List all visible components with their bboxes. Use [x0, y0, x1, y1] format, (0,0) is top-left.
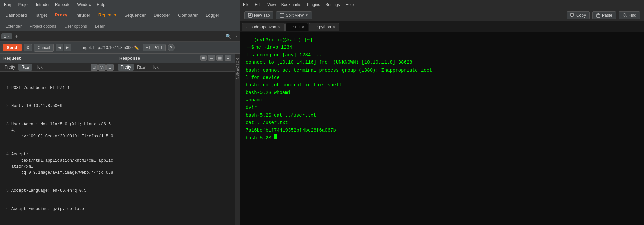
- kebab-menu-icon[interactable]: ⋮: [234, 34, 239, 39]
- request-sub-tabs: Pretty Raw Hex ⊞ \n ☰: [0, 63, 116, 72]
- term-tab-close-openvpn[interactable]: ×: [278, 25, 280, 29]
- find-button[interactable]: Find: [619, 11, 640, 19]
- menu-burp[interactable]: Burp: [1, 2, 15, 8]
- new-tab-label: New Tab: [254, 13, 270, 18]
- term-output-1: listening on [any] 1234 ...: [246, 51, 322, 59]
- menu-window[interactable]: Window: [74, 2, 94, 8]
- term-prompt2: bash-5.2$: [246, 89, 271, 96]
- copy-button[interactable]: Copy: [567, 11, 590, 19]
- menu-project[interactable]: Project: [15, 2, 33, 8]
- add-tab-button[interactable]: +: [14, 33, 19, 39]
- nav-tab-logger[interactable]: Logger: [202, 11, 223, 19]
- term-prompt-line: ┌──(cyb3ritic㉿kali)-[~]: [246, 36, 639, 44]
- term-menu-file[interactable]: File: [243, 2, 249, 7]
- nav-tab-intruder[interactable]: Intruder: [71, 11, 94, 19]
- new-tab-icon: [248, 13, 253, 18]
- settings-button[interactable]: ⚙: [24, 44, 32, 51]
- tab-close-icon[interactable]: ×: [8, 34, 10, 38]
- repeater-toolbar: Send ⚙ Cancel ◀ ▶ Target: http://10.10.1…: [0, 42, 240, 54]
- term-prompt-arrow: └─$: [246, 44, 254, 51]
- find-icon: [622, 13, 627, 18]
- term-cursor: [274, 134, 277, 139]
- request-code-area[interactable]: 1POST /dashboard HTTP/1.1 2Host: 10.10.1…: [0, 72, 116, 225]
- list-view-icon[interactable]: \n: [98, 64, 106, 71]
- split-view-button[interactable]: Split View ▼: [276, 11, 312, 19]
- nav-tab-user-options[interactable]: User options: [60, 22, 91, 30]
- table-row: 5Accept-Language: en-US,en;q=0.5: [2, 188, 114, 194]
- search-icon[interactable]: 🔍: [226, 34, 231, 39]
- repeater-tab-1[interactable]: 1 ×: [1, 33, 12, 39]
- copy-label: Copy: [576, 13, 586, 18]
- term-tab-close-python[interactable]: ×: [333, 25, 335, 29]
- terminal-tab-nc[interactable]: ~ : nc ×: [285, 23, 308, 31]
- table-row: 1POST /dashboard HTTP/1.1: [2, 85, 114, 91]
- send-button[interactable]: Send: [3, 44, 22, 51]
- term-cmd3: cat ../user.txt: [274, 111, 316, 119]
- nav-tab-comparer[interactable]: Comparer: [174, 11, 202, 19]
- nav-tab-repeater[interactable]: Repeater: [94, 11, 120, 19]
- http-version-badge[interactable]: HTTP/1.1: [143, 44, 166, 51]
- term-menu-bookmarks[interactable]: Bookmarks: [281, 2, 301, 7]
- request-tab-raw[interactable]: Raw: [18, 64, 32, 71]
- response-tab-raw[interactable]: Raw: [134, 64, 148, 71]
- term-menu-help[interactable]: Help: [346, 2, 354, 7]
- edit-target-icon[interactable]: ✏️: [134, 45, 139, 50]
- new-tab-button[interactable]: New Tab: [244, 11, 273, 19]
- nav-tab-project-options[interactable]: Project options: [26, 22, 60, 30]
- menu-help[interactable]: Help: [94, 2, 108, 8]
- term-tab-label-python: ~ : python: [313, 25, 331, 29]
- term-output-whoami2: dvir: [246, 104, 639, 111]
- request-panel: Request Pretty Raw Hex ⊞ \n ☰ 1POST /das…: [0, 54, 116, 225]
- paste-button[interactable]: Paste: [592, 11, 616, 19]
- response-tab-hex[interactable]: Hex: [149, 64, 161, 71]
- term-tab-label-openvpn: - : sudo openvpn: [246, 25, 276, 29]
- table-row: 2Host: 10.10.11.8:5000: [2, 103, 114, 109]
- pretty-view-icon[interactable]: ⊞: [91, 64, 98, 71]
- response-panel-header: Response ⊞ — ▦ ⚙: [116, 54, 235, 63]
- nav-tab-proxy[interactable]: Proxy: [51, 11, 71, 19]
- term-menu-edit[interactable]: Edit: [255, 2, 262, 7]
- menu-view-icon[interactable]: ☰: [106, 64, 114, 71]
- term-menu-settings[interactable]: Settings: [325, 2, 340, 7]
- forward-button[interactable]: ▶: [64, 44, 71, 51]
- menu-repeater[interactable]: Repeater: [52, 2, 74, 8]
- terminal-tabs: - : sudo openvpn × ~ : nc × ~ : python ×: [240, 21, 644, 32]
- term-output-line5: bash: no job control in this shell: [246, 81, 639, 89]
- table-row: 4Accept: text/html,application/xhtml+xml…: [2, 151, 114, 176]
- nav-arrows: ◀ ▶: [56, 44, 71, 51]
- terminal-tab-openvpn[interactable]: - : sudo openvpn ×: [242, 23, 285, 31]
- terminal-content[interactable]: ┌──(cyb3ritic㉿kali)-[~] └─$ nc -lnvp 123…: [240, 32, 644, 225]
- term-menu-view[interactable]: View: [267, 2, 276, 7]
- nav-tab-extender[interactable]: Extender: [1, 22, 26, 30]
- request-tab-hex[interactable]: Hex: [33, 64, 45, 71]
- cancel-button[interactable]: Cancel: [34, 44, 54, 52]
- response-tab-pretty[interactable]: Pretty: [118, 64, 134, 71]
- term-output-line2: connect to [10.10.14.116] from (UNKNOWN)…: [246, 59, 639, 66]
- term-menu-plugins[interactable]: Plugins: [307, 2, 320, 7]
- response-settings-icon[interactable]: ⚙: [225, 55, 231, 61]
- svg-rect-6: [571, 13, 573, 16]
- sub-tab-icons: ⊞ \n ☰: [91, 64, 114, 71]
- term-tab-close-nc[interactable]: ×: [302, 25, 304, 29]
- terminal-menu-bar: File Edit View Bookmarks Plugins Setting…: [240, 0, 644, 9]
- term-prompt2-line: bash-5.2$ whoami: [246, 89, 639, 96]
- help-button[interactable]: ?: [168, 44, 175, 51]
- nav-tab-dashboard[interactable]: Dashboard: [1, 11, 31, 19]
- nav-tab-decoder[interactable]: Decoder: [150, 11, 174, 19]
- response-view-list-icon[interactable]: —: [208, 55, 215, 61]
- nav-tab-sequencer[interactable]: Sequencer: [120, 11, 150, 19]
- term-output-3: bash: cannot set terminal process group …: [246, 66, 432, 74]
- request-tab-pretty[interactable]: Pretty: [2, 64, 18, 71]
- response-view-split-icon[interactable]: ▦: [216, 55, 223, 61]
- nav-tab-target[interactable]: Target: [31, 11, 51, 19]
- menu-intruder[interactable]: Intruder: [33, 2, 52, 8]
- find-label: Find: [629, 13, 636, 18]
- response-sub-tabs: Pretty Raw Hex: [116, 63, 235, 72]
- back-button[interactable]: ◀: [56, 44, 63, 51]
- svg-line-9: [626, 16, 627, 17]
- response-code-area[interactable]: [116, 72, 235, 225]
- response-view-grid-icon[interactable]: ⊞: [200, 55, 207, 61]
- terminal-tab-python[interactable]: ~ : python ×: [309, 23, 339, 31]
- toolbar-divider: [316, 12, 316, 19]
- nav-tab-learn[interactable]: Learn: [91, 22, 110, 30]
